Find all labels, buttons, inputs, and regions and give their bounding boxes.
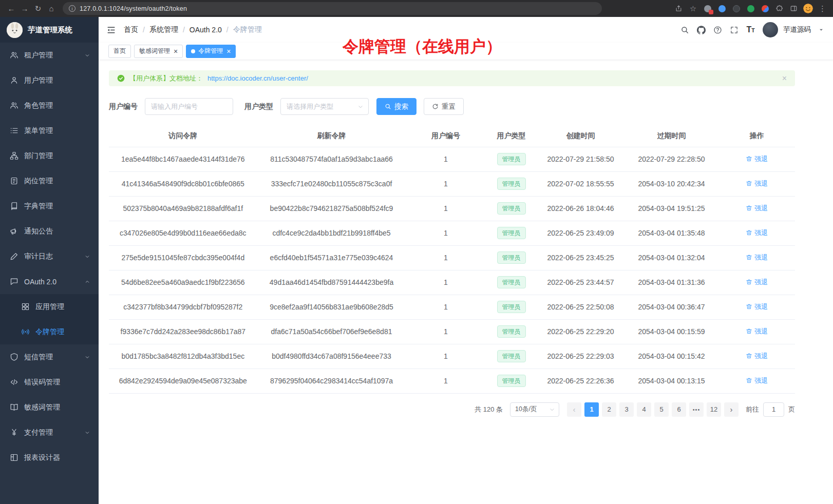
user-type-badge: 管理员	[497, 202, 526, 215]
forward-icon[interactable]: →	[18, 3, 31, 15]
tab-token[interactable]: 令牌管理×	[186, 45, 236, 58]
page-button-6[interactable]: 6	[672, 402, 686, 417]
next-page-button[interactable]: ›	[724, 402, 739, 417]
sidebar-item-audit-log[interactable]: 审计日志	[0, 244, 99, 269]
chevron-down-icon[interactable]	[819, 27, 824, 32]
address-bar[interactable]: i 127.0.0.1:1024/system/oauth2/token	[63, 2, 602, 15]
sidebar-item-user[interactable]: 用户管理	[0, 68, 99, 93]
user-type-cell: 管理员	[485, 319, 537, 344]
access-token-cell: 502375b8040a469a9b82188afdf6af1f	[109, 196, 257, 221]
goto-page-input[interactable]	[763, 402, 784, 417]
page-button-12[interactable]: 12	[707, 402, 721, 417]
back-icon[interactable]: ←	[5, 3, 17, 15]
force-logout-button[interactable]: 强退	[746, 228, 768, 238]
sidebar-item-pay[interactable]: 支付管理	[0, 420, 99, 445]
access-token-cell: f9336e7c7dd242a283ee98dc86b17a87	[109, 319, 257, 344]
fullscreen-icon[interactable]	[730, 26, 739, 34]
sidebar-item-report-designer[interactable]: 报表设计器	[0, 445, 99, 470]
sidebar-item-menu[interactable]: 菜单管理	[0, 118, 99, 143]
username[interactable]: 芋道源码	[783, 25, 811, 34]
sidebar-item-notice[interactable]: 通知公告	[0, 219, 99, 244]
create-time-cell: 2022-06-25 22:29:20	[537, 319, 624, 344]
actions-cell: 强退	[719, 147, 795, 171]
page-button-3[interactable]: 3	[619, 402, 634, 417]
user-type-select[interactable]: 请选择用户类型	[280, 98, 369, 115]
force-logout-button[interactable]: 强退	[746, 352, 768, 361]
tab-home[interactable]: 首页	[108, 45, 131, 58]
bookmark-star-icon[interactable]: ☆	[688, 3, 698, 15]
refresh-token-cell: b0df4980ffd34c67a08f9156e4eee733	[257, 344, 406, 369]
extension-colorful-icon[interactable]	[760, 3, 770, 15]
page-button-5[interactable]: 5	[654, 402, 669, 417]
reload-icon[interactable]: ↻	[32, 3, 44, 15]
breadcrumb-item[interactable]: 系统管理	[149, 25, 178, 34]
page-info-icon[interactable]: i	[69, 5, 75, 12]
force-logout-button[interactable]: 强退	[746, 376, 768, 385]
home-icon[interactable]: ⌂	[45, 3, 58, 15]
sidebar-item-tenant[interactable]: 租户管理	[0, 43, 99, 68]
force-logout-button[interactable]: 强退	[746, 154, 768, 164]
user-avatar[interactable]	[763, 22, 778, 37]
user-id-input[interactable]	[145, 98, 233, 115]
help-icon[interactable]	[713, 26, 722, 34]
tab-label: 首页	[113, 47, 126, 55]
force-logout-button[interactable]: 强退	[746, 302, 768, 312]
sidebar-item-dept[interactable]: 部门管理	[0, 143, 99, 168]
user-type-cell: 管理员	[485, 221, 537, 245]
extension-dark-icon[interactable]	[731, 3, 742, 15]
sidebar-item-oauth2-token[interactable]: 令牌管理	[0, 319, 99, 344]
extension-blue-icon[interactable]	[716, 3, 727, 15]
sidebar-item-oauth2[interactable]: OAuth 2.0	[0, 269, 99, 294]
doc-link[interactable]: https://doc.iocoder.cn/user-center/	[207, 74, 308, 82]
font-size-icon[interactable]: TT	[746, 26, 755, 34]
github-icon[interactable]	[697, 26, 706, 34]
access-token-cell: 1ea5e44f8bc1467aaede43144f31de76	[109, 147, 257, 171]
close-icon[interactable]: ×	[782, 74, 787, 83]
sidebar-item-sms[interactable]: 短信管理	[0, 344, 99, 370]
browser-chrome: ←→↻⌂ i 127.0.0.1:1024/system/oauth2/toke…	[0, 0, 833, 17]
close-icon[interactable]: ×	[174, 48, 178, 55]
tab-sensitive-word[interactable]: 敏感词管理×	[134, 45, 183, 58]
profile-avatar-icon[interactable]	[803, 3, 813, 15]
share-icon[interactable]	[673, 3, 684, 15]
page-button-2[interactable]: 2	[602, 402, 616, 417]
notification-badge	[709, 10, 713, 14]
force-logout-button[interactable]: 强退	[746, 204, 768, 213]
pagination-more-button[interactable]: •••	[689, 402, 704, 417]
sidebar-item-sensitive-word[interactable]: 敏感词管理	[0, 395, 99, 420]
sidebar-item-role[interactable]: 角色管理	[0, 93, 99, 118]
log-icon	[10, 252, 18, 261]
sidebar-item-post[interactable]: 岗位管理	[0, 168, 99, 193]
breadcrumb-item[interactable]: OAuth 2.0	[190, 26, 222, 34]
search-icon[interactable]	[680, 26, 689, 34]
breadcrumb-item[interactable]: 首页	[124, 25, 138, 34]
force-logout-button[interactable]: 强退	[746, 278, 768, 287]
sidebar-fold-icon[interactable]	[106, 25, 116, 35]
sidebar-item-error-code[interactable]: 错误码管理	[0, 370, 99, 395]
access-token-cell: c342377bf8b344799dcbf7bf095287f2	[109, 295, 257, 319]
puzzle-icon[interactable]	[774, 3, 785, 15]
force-logout-button[interactable]: 强退	[746, 179, 768, 188]
table-row: 502375b8040a469a9b82188afdf6af1fbe90422b…	[109, 196, 795, 221]
create-time-cell: 2022-06-25 23:45:25	[537, 245, 624, 270]
side-panel-icon[interactable]	[788, 3, 799, 15]
search-button[interactable]: 搜索	[376, 98, 416, 115]
sidebar-item-dict[interactable]: 字典管理	[0, 193, 99, 219]
page-size-select[interactable]: 10条/页	[510, 402, 559, 417]
close-icon[interactable]: ×	[226, 48, 231, 55]
more-menu-icon[interactable]: ⋮	[817, 3, 828, 15]
prev-page-button[interactable]: ‹	[567, 402, 581, 417]
reset-button[interactable]: 重置	[424, 98, 464, 115]
breadcrumb: 首页/系统管理/OAuth 2.0/令牌管理	[124, 25, 262, 34]
page-button-4[interactable]: 4	[637, 402, 651, 417]
user-type-badge: 管理员	[497, 375, 526, 387]
chevron-down-icon	[357, 104, 364, 110]
extension-badged-icon[interactable]	[702, 3, 713, 15]
force-logout-button[interactable]: 强退	[746, 253, 768, 262]
page-button-1[interactable]: 1	[584, 402, 599, 417]
app-title: 芋道管理系统	[28, 25, 72, 35]
force-logout-button[interactable]: 强退	[746, 327, 768, 336]
sidebar-item-oauth2-application[interactable]: 应用管理	[0, 294, 99, 319]
app-logo[interactable]: 芋道管理系统	[0, 17, 99, 43]
extension-green-icon[interactable]	[745, 3, 756, 15]
